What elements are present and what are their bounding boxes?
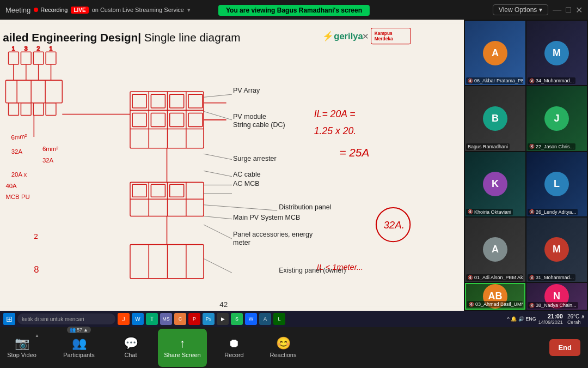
participant-tile: A 🔇 06_Akbar Pratama_PE... xyxy=(465,21,525,85)
svg-text:Merdeka: Merdeka xyxy=(375,36,393,41)
mic-muted-icon: 🔇 xyxy=(529,303,535,308)
recording-text: Recording xyxy=(40,7,68,13)
participant-avatar: K xyxy=(483,172,507,196)
streaming-text: on Custom Live Streaming Service xyxy=(92,7,184,13)
svg-text:6mm²: 6mm² xyxy=(42,146,58,152)
taskbar-app-icon[interactable]: S xyxy=(231,313,243,325)
mic-muted-icon: 🔇 xyxy=(529,144,535,149)
chevron-up-icon-small: ▲ xyxy=(83,327,88,333)
reactions-icon: 😊 xyxy=(276,337,291,349)
participant-tile: K 🔇 Khoiria Oktaviani xyxy=(465,152,525,216)
taskbar-app-icon[interactable]: W xyxy=(245,313,257,325)
top-bar-left: Meeting Recording LIVE on Custom Live St… xyxy=(5,6,191,14)
taskbar-app-icon[interactable]: W xyxy=(132,313,144,325)
leave-button[interactable]: End xyxy=(549,339,580,356)
participant-tile: A 🔇 01_Adi Alson_PEM Ak... xyxy=(465,218,525,282)
weather-display: 26°C ∧ Cerah xyxy=(567,313,585,325)
mic-muted-icon: 🔇 xyxy=(469,302,474,307)
svg-text:2: 2 xyxy=(37,46,40,52)
record-icon: ⏺ xyxy=(228,337,240,349)
svg-text:PV Array: PV Array xyxy=(233,87,260,94)
svg-text:1.25 x 20.: 1.25 x 20. xyxy=(314,125,357,136)
svg-text:1: 1 xyxy=(12,46,15,52)
taskbar-app-icon[interactable]: MS xyxy=(160,313,172,325)
participant-name: 🔇 38_Nadya Chain... xyxy=(528,302,578,309)
close-button[interactable]: ✕ xyxy=(575,5,583,15)
participants-button[interactable]: 👥 57 ▲ 👥 Participants xyxy=(54,329,103,367)
stop-video-button[interactable]: ▲ 📷 Stop Video xyxy=(0,329,44,367)
taskbar-right: ^ 🔔 🔊 ENG 21:00 14/09/2021 26°C ∧ Cerah xyxy=(507,313,585,325)
taskbar-search[interactable]: ketik di sini untuk mencari xyxy=(17,313,115,324)
taskbar-app-icon[interactable]: L xyxy=(273,313,285,325)
taskbar-app-icon[interactable]: ▶ xyxy=(217,313,229,325)
dropdown-arrow-icon[interactable]: ▾ xyxy=(187,7,191,14)
svg-text:8: 8 xyxy=(34,264,39,275)
participant-name: 🔇 01_Adi Alson_PEM Ak... xyxy=(466,274,523,281)
shared-screen: ailed Engineering Design| Single line di… xyxy=(0,20,464,311)
svg-text:2: 2 xyxy=(34,232,38,240)
svg-text:Main PV System MCB: Main PV System MCB xyxy=(233,214,300,221)
minimize-button[interactable]: — xyxy=(553,5,561,15)
taskbar-app-icon[interactable]: Ps xyxy=(203,313,215,325)
mic-muted-icon: 🔇 xyxy=(468,275,473,280)
taskbar-app-icon[interactable]: T xyxy=(146,313,158,325)
taskbar: ⊞ ketik di sini untuk mencari J W T MS C… xyxy=(0,311,588,327)
participant-avatar: M xyxy=(544,41,569,65)
participants-panel: A 🔇 06_Akbar Pratama_PE... M 🔇 34_Muhamm… xyxy=(464,20,588,311)
participant-name: 🔇 03_Ahmad Basil_UMM xyxy=(467,301,523,307)
participant-avatar: A xyxy=(483,237,507,262)
start-button[interactable]: ⊞ xyxy=(3,313,15,325)
participant-tile: M 🔇 31_Mohammad... xyxy=(526,218,587,282)
meeting-title: Meeting xyxy=(5,6,30,14)
svg-text:Panel accessories, energy: Panel accessories, energy xyxy=(233,231,313,238)
participant-face: M xyxy=(526,21,587,85)
share-screen-button[interactable]: ↑ Share Screen xyxy=(158,329,207,367)
top-bar-center: You are viewing Bagus Ramadhani's screen xyxy=(218,5,370,15)
viewing-banner: You are viewing Bagus Ramadhani's screen xyxy=(218,5,370,16)
svg-text:AC cable: AC cable xyxy=(233,171,261,178)
view-options-button[interactable]: View Options ▾ xyxy=(493,4,548,15)
recording-badge: Recording xyxy=(34,7,68,13)
svg-text:Kampus: Kampus xyxy=(375,31,393,36)
svg-text:AC MCB: AC MCB xyxy=(233,180,259,188)
whiteboard-content: ailed Engineering Design| Single line di… xyxy=(0,20,464,311)
participant-avatar: L xyxy=(544,172,569,196)
taskbar-app-icon[interactable]: A xyxy=(259,313,271,325)
taskbar-app-icon[interactable]: C xyxy=(174,313,186,325)
zoom-controls-bar: ▲ 📷 Stop Video 👥 57 ▲ 👥 Participants 💬 C… xyxy=(0,327,588,368)
participant-avatar: J xyxy=(544,106,569,131)
recording-dot xyxy=(34,8,38,12)
participant-tile: B Bagus Ramadhani xyxy=(465,86,525,150)
participant-name: Bagus Ramadhani xyxy=(466,143,510,150)
participant-face: L xyxy=(526,152,587,216)
participant-name: 🔇 Khoiria Oktaviani xyxy=(466,209,513,215)
chevron-up-icon: ▲ xyxy=(35,333,39,338)
svg-text:meter: meter xyxy=(233,239,250,247)
svg-rect-0 xyxy=(0,23,464,307)
mic-muted-icon: 🔇 xyxy=(529,209,535,214)
svg-text:20A x: 20A x xyxy=(11,171,27,178)
svg-text:32A.: 32A. xyxy=(383,219,404,231)
reactions-button[interactable]: 😊 Reactions xyxy=(261,329,305,367)
svg-text:IL < 1meter...: IL < 1meter... xyxy=(317,263,363,272)
record-button[interactable]: ⏺ Record xyxy=(212,329,256,367)
participant-tile-active: AB 🔇 03_Ahmad Basil_UMM xyxy=(465,283,525,310)
participant-tile: L 🔇 26_Lendy Aditya... xyxy=(526,152,587,216)
svg-text:6mm²: 6mm² xyxy=(11,133,27,141)
svg-text:Distribution panel: Distribution panel xyxy=(279,203,331,211)
svg-text:✕: ✕ xyxy=(362,32,369,41)
svg-text:PV module: PV module xyxy=(233,113,266,120)
taskbar-app-icon[interactable]: J xyxy=(118,313,130,325)
person-icon: 👥 xyxy=(70,327,76,333)
maximize-button[interactable]: □ xyxy=(566,5,571,15)
svg-text:1: 1 xyxy=(49,46,52,52)
share-screen-icon: ↑ xyxy=(180,337,186,349)
participant-face: A xyxy=(465,218,525,282)
chat-button[interactable]: 💬 Chat xyxy=(109,329,152,367)
svg-text:⚡gerilya: ⚡gerilya xyxy=(322,31,363,42)
mic-muted-icon: 🔇 xyxy=(468,209,473,214)
temperature: 26°C ∧ xyxy=(567,313,585,319)
taskbar-app-icon[interactable]: P xyxy=(188,313,200,325)
svg-text:String cable (DC): String cable (DC) xyxy=(233,121,285,129)
participants-count-badge: 👥 57 ▲ xyxy=(67,327,91,333)
